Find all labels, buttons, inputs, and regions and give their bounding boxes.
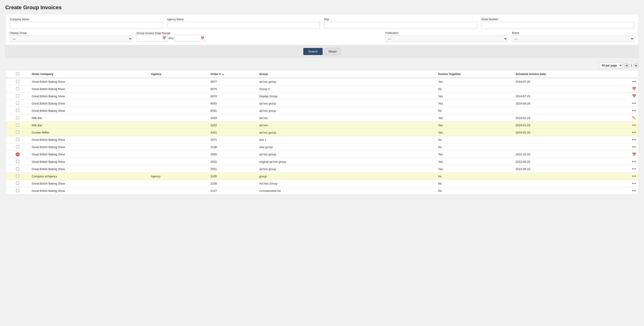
row-checkbox-cell <box>6 136 30 144</box>
row-checkbox[interactable] <box>16 174 19 178</box>
action-pencil-icon[interactable]: ✏️ <box>632 116 636 120</box>
row-checkbox[interactable] <box>16 94 19 98</box>
row-checkbox[interactable] <box>16 182 19 185</box>
header-row: Order Company Agency Order # ▲ Group Inv… <box>6 70 639 78</box>
prev-page-button[interactable]: ◀ <box>624 63 629 68</box>
action-dots-icon[interactable]: ••• <box>632 109 636 112</box>
row-schedule-invoice-date <box>513 173 609 180</box>
action-dots-icon[interactable]: ••• <box>632 138 636 142</box>
row-checkbox[interactable] <box>16 138 19 141</box>
publication-label: Publication <box>385 32 508 34</box>
row-agency <box>149 144 208 151</box>
select-all-checkbox[interactable] <box>16 72 19 75</box>
table-row: Great British Baking Show3198new groupNo… <box>6 144 639 151</box>
row-checkbox[interactable] <box>16 145 19 148</box>
row-action-cell: ••• <box>609 107 639 114</box>
agency-name-input[interactable] <box>167 22 320 28</box>
row-agency <box>149 187 208 194</box>
date-range-group: Group Invoice Date Range 📅 thru 📅 <box>136 32 381 42</box>
row-checkbox-cell <box>6 187 30 194</box>
order-number-input[interactable] <box>482 22 634 28</box>
row-invoice-together: No <box>436 136 513 144</box>
action-calendar-icon[interactable]: 📅 <box>632 152 636 156</box>
row-checkbox[interactable] <box>16 124 19 126</box>
next-page-button[interactable]: ▶ <box>634 63 639 68</box>
action-dots-icon[interactable]: ••• <box>632 80 636 83</box>
row-checkbox-cell <box>6 107 30 114</box>
row-checkbox[interactable] <box>16 189 19 192</box>
display-group-select[interactable]: — <box>10 36 132 42</box>
row-action-cell: 📅 <box>609 92 639 100</box>
reset-button[interactable]: Reset <box>324 48 341 55</box>
action-calendar-icon[interactable]: 📅 <box>632 87 636 91</box>
action-dots-icon[interactable]: ••• <box>632 123 636 127</box>
action-dots-icon[interactable]: ••• <box>632 182 636 185</box>
search-button[interactable]: Search <box>303 48 323 55</box>
action-dots-icon[interactable]: ••• <box>632 130 636 134</box>
row-checkbox[interactable] <box>16 116 19 119</box>
rep-label: Rep <box>324 18 477 21</box>
row-action-cell: ✏️ <box>609 114 639 122</box>
company-name-input[interactable] <box>10 22 163 28</box>
row-checkbox[interactable] <box>16 160 19 163</box>
row-company: Great British Baking Show <box>30 107 149 114</box>
table-row: Company w/AgencyAgency2435groupNo••• <box>6 173 639 180</box>
row-order: 2435 <box>208 173 257 180</box>
action-dots-icon[interactable]: ••• <box>632 167 636 171</box>
row-agency <box>149 100 208 107</box>
row-checkbox[interactable] <box>16 102 19 105</box>
row-group: ad hoc group <box>257 107 436 114</box>
row-order: 2565 <box>208 151 257 158</box>
row-checkbox[interactable] <box>16 131 19 134</box>
row-company: Great British Baking Show <box>30 78 149 85</box>
date-from-input[interactable] <box>136 35 168 41</box>
row-agency <box>149 78 208 85</box>
row-company: Great British Baking Show <box>30 187 149 194</box>
rep-input[interactable] <box>324 22 477 28</box>
table-row: Milk Bar4252ad hocYes2024-01-24••• <box>6 122 639 129</box>
brand-label: Brand <box>512 32 634 34</box>
row-checkbox[interactable] <box>16 167 19 170</box>
row-company: Milk Bar <box>30 122 149 129</box>
row-action-cell: ••• <box>609 173 639 180</box>
row-group: ad hoc group <box>257 151 436 158</box>
row-invoice-together: Yes <box>436 92 513 100</box>
action-dots-icon[interactable]: ••• <box>632 145 636 149</box>
row-invoice-together: No <box>436 173 513 180</box>
brand-select[interactable]: — <box>512 36 634 42</box>
row-agency <box>149 114 208 122</box>
date-range-label: Group Invoice Date Range <box>136 32 381 35</box>
row-order: 2552 <box>208 158 257 166</box>
date-range-inputs: 📅 thru 📅 <box>136 35 381 41</box>
row-checkbox[interactable] <box>16 87 19 90</box>
row-group: concatenated list <box>257 187 436 194</box>
row-action-cell: ••• <box>609 129 639 136</box>
header-order[interactable]: Order # ▲ <box>208 70 257 78</box>
row-action-cell: ••• <box>609 144 639 151</box>
row-action-cell: ••• <box>609 136 639 144</box>
row-group: ad hoc <box>257 122 436 129</box>
row-invoice-together: No <box>436 144 513 151</box>
row-checkbox[interactable] <box>16 80 19 83</box>
publication-select[interactable]: — <box>385 36 508 42</box>
row-schedule-invoice-date: 2024-07-25 <box>513 92 609 100</box>
action-dots-icon[interactable]: ••• <box>632 189 636 192</box>
row-invoice-together: Yes <box>436 100 513 107</box>
table-row: Great British Baking Show2551ad hoc grou… <box>6 166 639 173</box>
action-dots-icon[interactable]: ••• <box>632 102 636 105</box>
table-row: Great British Baking Show2127concatenate… <box>6 187 639 194</box>
action-dots-icon[interactable]: ••• <box>632 160 636 164</box>
table-row: Great British Baking Show8592ad hoc grou… <box>6 100 639 107</box>
action-calendar-icon[interactable]: 📅 <box>632 94 636 98</box>
action-dots-icon[interactable]: ••• <box>632 174 636 178</box>
row-action-cell: 📅 <box>609 151 639 158</box>
table-row: Great British Baking Show3271test 1No••• <box>6 136 639 144</box>
date-to-input[interactable] <box>175 35 206 41</box>
row-checkbox[interactable] <box>16 109 19 112</box>
table-row: Great British Baking Show2256Ad Hoc Grou… <box>6 180 639 187</box>
row-agency <box>149 166 208 173</box>
row-group: ad hoc <box>257 114 436 122</box>
per-page-select[interactable]: 50 per page <box>599 62 623 68</box>
publication-group: Publication — <box>385 32 508 42</box>
row-action-cell: ••• <box>609 78 639 85</box>
